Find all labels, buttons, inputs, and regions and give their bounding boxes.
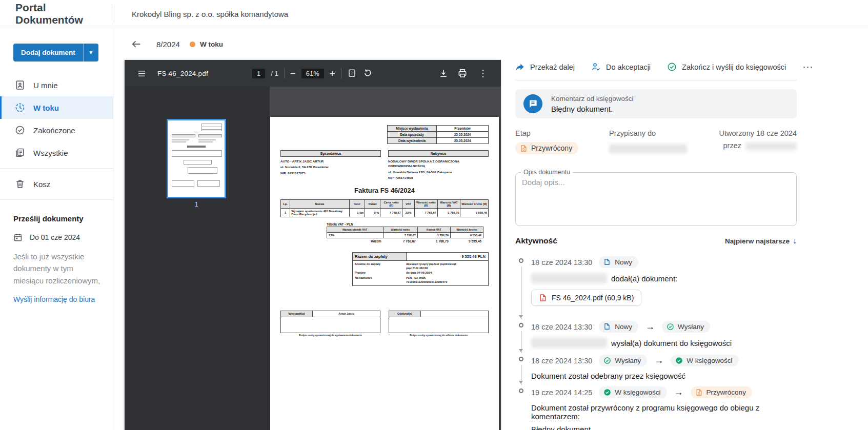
- activity-event: 18 cze 2024 13:30 Nowy →: [515, 321, 797, 355]
- sidebar-item-wszystkie[interactable]: Wszystkie: [0, 141, 113, 164]
- pdf-file-icon: [539, 294, 547, 302]
- calendar-icon: [13, 233, 23, 242]
- status-badge-przywrocony: Przywrócony: [691, 386, 752, 398]
- event-date: 18 cze 2024 13:30: [531, 323, 592, 331]
- comment-label: Komentarz od księgowości: [551, 95, 634, 103]
- comment-text: Błędny dokument.: [551, 105, 634, 113]
- page-count: / 1: [271, 70, 278, 77]
- viewer-menu-icon[interactable]: [137, 69, 147, 78]
- to-acceptance-button[interactable]: Do akceptacji: [591, 62, 651, 72]
- thumbnail-pane: 1: [125, 87, 270, 430]
- activity-event: 19 cze 2024 14:25 W księgowości →: [515, 386, 797, 430]
- top-bar: Portal Dokumentów Krokodyl Bling sp. z o…: [0, 0, 868, 28]
- send-info-to-office-link[interactable]: Wyślij informację do biura: [13, 295, 100, 303]
- signature-receiver: Odebrał(a) Podpis osoby upoważnionej do …: [389, 311, 489, 337]
- redacted-assignee-name: [609, 144, 687, 153]
- payment-summary: Razem do zapłaty 9 555,46 PLN Słownie do…: [352, 252, 489, 286]
- sidebar-item-kosz[interactable]: Kosz: [0, 173, 113, 195]
- status-badge-w-ksiegowosci: W księgowości: [599, 386, 667, 398]
- back-arrow-button[interactable]: [131, 38, 142, 50]
- status-badge-nowy: Nowy: [599, 321, 638, 333]
- activity-event: 18 cze 2024 13:30 Wysłany →: [515, 355, 797, 386]
- description-legend: Opis dokumentu: [521, 169, 573, 176]
- event-text: dodał(a) dokument:: [611, 274, 677, 283]
- status-badge-wyslany: Wysłany: [662, 321, 710, 333]
- sidebar-item-label: W toku: [33, 104, 59, 112]
- sidebar-item-u-mnie[interactable]: U mnie: [0, 74, 113, 96]
- transition-arrow-icon: →: [645, 321, 655, 332]
- attachment-chip[interactable]: FS 46_2024.pdf (60,9 kB): [531, 290, 641, 306]
- assigned-to-label: Przypisany do: [609, 129, 710, 137]
- pdf-viewer: FS 46_2024.pdf 1 / 1 − 61% +: [125, 60, 501, 430]
- rotate-icon[interactable]: [363, 68, 373, 78]
- event-date: 18 cze 2024 13:30: [531, 357, 592, 365]
- check-circle-green-icon: [667, 62, 677, 72]
- zoom-out-button[interactable]: −: [290, 69, 296, 78]
- zoom-in-button[interactable]: +: [330, 69, 335, 78]
- add-document-dropdown-button[interactable]: ▼: [83, 44, 98, 62]
- sidebar-item-zakonczone[interactable]: Zakończone: [0, 119, 113, 141]
- event-text: Dokument został przywrócony z programu k…: [531, 403, 797, 421]
- download-icon[interactable]: [438, 68, 449, 78]
- sidebar: Dodaj dokument ▼ U mnie W toku Zakończon…: [0, 28, 113, 430]
- forward-arrow-icon: [515, 62, 525, 72]
- upload-reminder-section: Prześlij dokumenty Do 01 cze 2024 Jeśli …: [0, 204, 113, 303]
- status-badge-wyslany: Wysłany: [599, 355, 647, 366]
- description-field[interactable]: Opis dokumentu Dodaj opis...: [515, 169, 797, 226]
- forward-button[interactable]: Przekaż dalej: [515, 62, 575, 72]
- invoice-items-table: Lp.Nazwa IlośćRabat Cena netto (R)VAT Wa…: [280, 199, 489, 217]
- timeline-connector-arrow: [521, 331, 521, 353]
- invoice-meta-table: Miejsce wystawieniaPrzemków Data sprzeda…: [387, 125, 489, 144]
- viewer-more-icon[interactable]: ⋮: [476, 68, 490, 79]
- vat-table: Nazwa stawki VATWartość netto Kwota VATW…: [327, 227, 483, 244]
- document-detail-panel: Przekaż dalej Do akceptacji Zakończ i wy…: [501, 60, 868, 430]
- activity-sort-button[interactable]: Najpierw najstarsze ↓: [725, 236, 797, 245]
- pdf-filename: FS 46_2024.pdf: [157, 70, 208, 77]
- created-by-prefix: przez: [723, 141, 741, 150]
- accounting-comment-card: Komentarz od księgowości Błędny dokument…: [515, 89, 797, 118]
- add-document-button[interactable]: Dodaj dokument: [13, 44, 83, 62]
- event-comment-text: Błędny dokument.: [531, 425, 797, 430]
- transition-arrow-icon: →: [674, 387, 683, 398]
- trash-icon: [15, 179, 25, 189]
- timeline-dot-icon: [519, 357, 523, 361]
- upload-note: Jeśli to już wszystkie dokumenty w tym m…: [13, 251, 100, 286]
- activity-timeline: 18 cze 2024 13:30 Nowy dodał(a) dokument…: [515, 256, 797, 430]
- upload-section-title: Prześlij dokumenty: [13, 214, 100, 223]
- event-date: 19 cze 2024 14:25: [531, 388, 592, 397]
- timeline-dot-icon: [519, 323, 523, 327]
- page-number-input[interactable]: 1: [252, 69, 265, 78]
- person-check-icon: [591, 62, 601, 72]
- transition-arrow-icon: →: [654, 355, 663, 366]
- finish-send-accounting-button[interactable]: Zakończ i wyślij do księgowości: [667, 62, 786, 72]
- check-circle-filled-green-icon: [675, 357, 683, 364]
- zoom-level[interactable]: 61%: [301, 69, 324, 78]
- sidebar-divider: [0, 168, 113, 169]
- redacted-user-name: [531, 338, 607, 348]
- document-blue-icon: [603, 323, 611, 331]
- activity-title: Aktywność: [515, 236, 557, 245]
- check-circle-outline-green-icon: [667, 323, 674, 331]
- restore-document-icon: [520, 145, 528, 152]
- timeline-dot-icon: [519, 388, 523, 393]
- stage-label: Etap: [515, 129, 609, 137]
- page-thumbnail[interactable]: [168, 120, 225, 197]
- timeline-connector-arrow: [521, 267, 521, 319]
- sidebar-item-w-toku[interactable]: W toku: [0, 96, 113, 119]
- document-meta: Etap Przywrócony Przypisany do Utworzony…: [515, 129, 797, 155]
- page-pane: Miejsce wystawieniaPrzemków Data sprzeda…: [270, 87, 501, 430]
- status-badge-nowy: Nowy: [599, 256, 638, 268]
- description-placeholder[interactable]: Dodaj opis...: [516, 176, 796, 189]
- event-date: 18 cze 2024 13:30: [531, 258, 592, 267]
- sort-down-arrow-icon: ↓: [793, 236, 797, 245]
- comment-bubble-icon: [523, 94, 542, 113]
- person-document-icon: [15, 80, 25, 90]
- event-text: wysłał(a) dokument do księgowości: [611, 339, 732, 347]
- fit-page-icon[interactable]: [347, 68, 357, 78]
- app-title: Portal Dokumentów: [15, 2, 114, 26]
- invoice-page: Miejsce wystawieniaPrzemków Data sprzeda…: [270, 117, 499, 430]
- stage-badge: Przywrócony: [515, 142, 578, 154]
- add-document-split-button[interactable]: Dodaj dokument ▼: [13, 44, 113, 62]
- print-icon[interactable]: [457, 68, 468, 78]
- invoice-title: Faktura FS 46/2024: [280, 187, 489, 194]
